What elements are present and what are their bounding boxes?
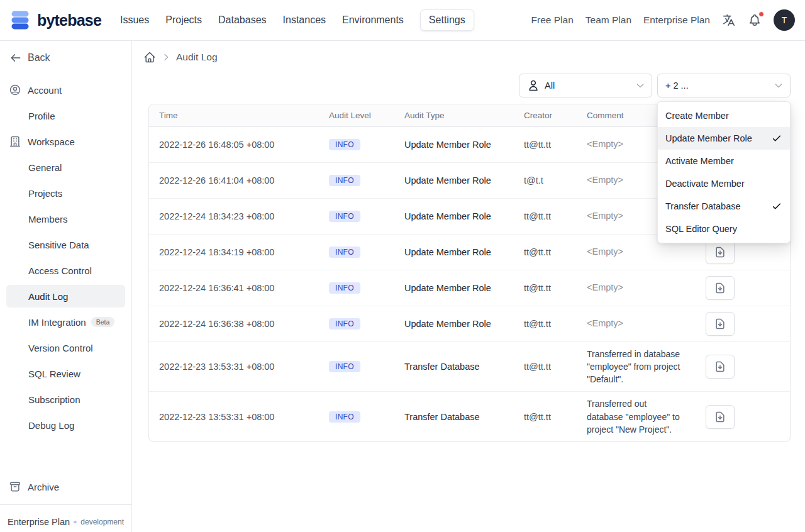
chevron-down-icon — [635, 80, 645, 91]
row-time: 2022-12-24 18:34:19 +08:00 — [149, 234, 319, 270]
section-title: Workspace — [28, 136, 75, 147]
creator-filter-select[interactable]: All — [519, 74, 652, 97]
audit-level-badge: INFO — [329, 175, 360, 186]
row-level: INFO — [319, 234, 394, 270]
nav-projects[interactable]: Projects — [165, 14, 202, 26]
col-header-time: Time — [149, 104, 319, 126]
row-type: Update Member Role — [394, 234, 514, 270]
row-type: Update Member Role — [394, 162, 514, 198]
back-button[interactable]: Back — [10, 52, 125, 64]
row-level: INFO — [319, 341, 394, 392]
breadcrumb: Audit Log — [132, 41, 805, 66]
sidebar-item-version-control[interactable]: Version Control — [6, 336, 125, 359]
audit-log-row: 2022-12-23 13:53:31 +08:00 INFO Transfer… — [149, 341, 790, 392]
chevron-down-icon — [774, 80, 784, 91]
dropdown-item-transfer-database[interactable]: Transfer Database — [658, 195, 790, 218]
document-download-icon — [714, 282, 726, 294]
dropdown-item-label: Transfer Database — [665, 201, 741, 211]
user-icon — [527, 79, 540, 92]
current-plan-label: Enterprise Plan — [8, 517, 70, 527]
topbar-right: Free Plan Team Plan Enterprise Plan T — [531, 9, 795, 31]
team-plan-link[interactable]: Team Plan — [586, 14, 631, 26]
office-building-icon — [9, 135, 21, 148]
breadcrumb-current: Audit Log — [176, 52, 218, 63]
audit-log-row: 2022-12-24 16:36:41 +08:00 INFO Update M… — [149, 270, 790, 306]
dropdown-item-label: Create Member — [665, 111, 729, 121]
sidebar-item-im-integration[interactable]: IM Integration Beta — [6, 311, 125, 333]
dropdown-item-deactivate-member[interactable]: Deactivate Member — [658, 172, 790, 195]
row-comment: Transferred in database "employee" from … — [577, 341, 687, 392]
bytebase-logo[interactable]: bytebase — [9, 9, 101, 31]
row-type: Update Member Role — [394, 270, 514, 306]
filter-toolbar: All + 2 ... — [132, 66, 805, 104]
sidebar-section-workspace: Workspace — [6, 130, 125, 153]
avatar[interactable]: T — [774, 9, 795, 31]
audit-type-filter-select[interactable]: + 2 ... — [657, 74, 791, 97]
sidebar-item-sql-review[interactable]: SQL Review — [6, 362, 125, 385]
row-actions — [687, 392, 790, 441]
row-level: INFO — [319, 270, 394, 306]
sidebar-item-members[interactable]: Members — [6, 208, 125, 230]
creator-filter-value: All — [545, 80, 555, 91]
sidebar-item-profile[interactable]: Profile — [6, 104, 125, 127]
document-download-icon — [714, 411, 726, 423]
row-creator: tt@tt.tt — [514, 392, 577, 441]
sidebar-item-projects[interactable]: Projects — [6, 182, 125, 204]
export-record-button[interactable] — [706, 355, 735, 379]
dropdown-item-create-member[interactable]: Create Member — [658, 104, 790, 127]
notification-dot — [758, 11, 764, 17]
row-level: INFO — [319, 306, 394, 341]
enterprise-plan-link[interactable]: Enterprise Plan — [643, 14, 710, 26]
nav-instances[interactable]: Instances — [283, 14, 326, 26]
col-header-audit-type: Audit Type — [394, 104, 514, 126]
row-time: 2022-12-24 16:36:38 +08:00 — [149, 306, 319, 341]
dropdown-item-sql-editor-query[interactable]: SQL Editor Query — [658, 218, 790, 240]
nav-databases[interactable]: Databases — [218, 14, 267, 26]
sidebar-item-audit-log[interactable]: Audit Log — [6, 285, 125, 308]
audit-log-row: 2022-12-24 16:36:38 +08:00 INFO Update M… — [149, 306, 790, 341]
notification-bell-icon[interactable] — [748, 13, 762, 27]
row-creator: tt@tt.tt — [514, 198, 577, 234]
sidebar-item-subscription[interactable]: Subscription — [6, 388, 125, 411]
audit-level-badge: INFO — [329, 361, 360, 372]
row-actions — [687, 306, 790, 341]
export-record-button[interactable] — [706, 276, 735, 300]
row-type: Update Member Role — [394, 126, 514, 162]
audit-level-badge: INFO — [329, 318, 360, 330]
col-header-audit-level: Audit Level — [319, 104, 394, 126]
nav-environments[interactable]: Environments — [342, 14, 404, 26]
sidebar-item-access-control[interactable]: Access Control — [6, 259, 125, 282]
main-content: Audit Log All + 2 ... Time Audit Level A… — [132, 41, 805, 532]
home-icon[interactable] — [143, 51, 156, 64]
row-creator: tt@tt.tt — [514, 270, 577, 306]
back-label: Back — [28, 52, 50, 64]
dropdown-item-update-member-role[interactable]: Update Member Role — [658, 127, 790, 150]
row-creator: tt@tt.tt — [514, 341, 577, 392]
brand-name: bytebase — [37, 11, 101, 30]
sidebar-item-sensitive-data[interactable]: Sensitive Data — [6, 233, 125, 256]
type-filter-value: + 2 ... — [665, 80, 689, 91]
chevron-right-icon — [161, 52, 171, 62]
sidebar-footer: Enterprise Plan development — [0, 504, 131, 532]
sidebar-item-label: IM Integration — [28, 317, 86, 328]
nav-issues[interactable]: Issues — [120, 14, 149, 26]
audit-level-badge: INFO — [329, 139, 360, 150]
export-record-button[interactable] — [706, 240, 735, 264]
audit-level-badge: INFO — [329, 282, 360, 294]
col-header-creator: Creator — [514, 104, 577, 126]
sidebar-item-archive[interactable]: Archive — [6, 475, 125, 498]
free-plan-link[interactable]: Free Plan — [531, 14, 574, 26]
archive-icon — [9, 480, 21, 493]
dropdown-item-label: Deactivate Member — [665, 179, 745, 189]
translate-icon[interactable] — [722, 13, 736, 27]
document-download-icon — [714, 360, 726, 373]
sidebar-item-general[interactable]: General — [6, 156, 125, 179]
dropdown-item-activate-member[interactable]: Activate Member — [658, 150, 790, 172]
row-actions — [687, 341, 790, 392]
dropdown-item-label: SQL Editor Query — [665, 224, 737, 234]
sidebar-item-debug-log[interactable]: Debug Log — [6, 414, 125, 436]
nav-settings[interactable]: Settings — [420, 9, 474, 31]
export-record-button[interactable] — [706, 312, 735, 336]
audit-type-dropdown-menu: Create Member Update Member Role Activat… — [657, 101, 791, 243]
export-record-button[interactable] — [706, 405, 735, 429]
